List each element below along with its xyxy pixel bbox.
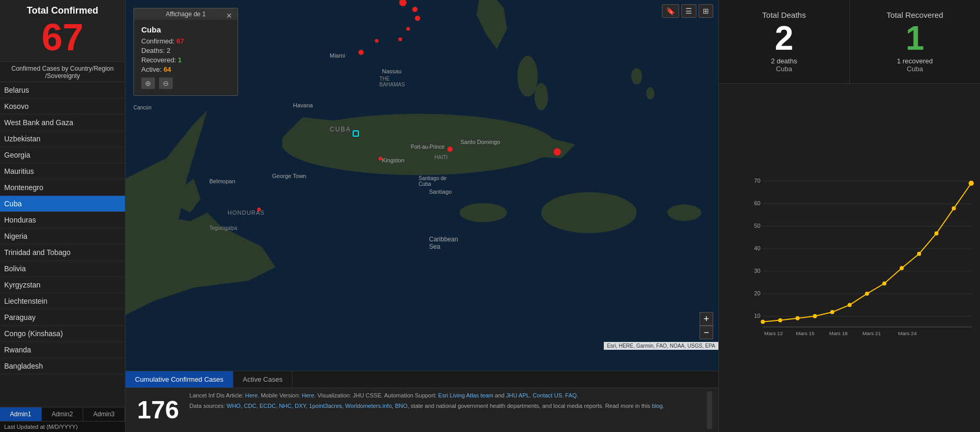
svg-text:Mars 18: Mars 18 [829, 330, 848, 336]
popup-zoom-controls: ⊕ ⊖ [141, 77, 230, 89]
dxy-link[interactable]: DXY [295, 403, 306, 409]
contact-link[interactable]: Contact US [533, 392, 562, 398]
jhu-link[interactable]: JHU APL [506, 392, 530, 398]
bookmark-btn[interactable]: 🔖 [662, 4, 679, 18]
popup-deaths-value: 2 [166, 47, 170, 54]
svg-point-47 [952, 206, 956, 211]
popup-zoom-out-btn[interactable]: ⊖ [159, 77, 173, 89]
country-item-bangladesh[interactable]: Bangladesh [0, 358, 125, 374]
label-port: Port-au-Prince [411, 144, 444, 150]
country-item-kosovo[interactable]: Kosovo [0, 98, 125, 115]
label-belmopan: Belmopan [209, 178, 235, 184]
dot-honduras [257, 208, 261, 212]
recovered-title: Total Recovered [886, 10, 943, 19]
country-item-trinidad-and-tobago[interactable]: Trinidad and Tobago [0, 245, 125, 261]
popup-active-value: 64 [164, 65, 171, 73]
bno-link[interactable]: BNO [395, 403, 408, 409]
country-item-kyrgyzstan[interactable]: Kyrgyzstan [0, 277, 125, 293]
country-item-congo-(kinshasa)[interactable]: Congo (Kinshasa) [0, 326, 125, 342]
svg-point-41 [848, 303, 852, 307]
svg-point-46 [934, 231, 939, 236]
recovered-subtitle: 1 recovered [897, 57, 933, 65]
map-tab-1[interactable]: Active Cases [233, 371, 292, 387]
total-confirmed-header: Total Confirmed 67 [0, 0, 125, 62]
map-tab-0[interactable]: Cumulative Confirmed Cases [126, 371, 233, 387]
list-btn[interactable]: ☰ [681, 4, 696, 18]
map-area[interactable]: Miami Nassau THEBAHAMAS Havana CUBA King… [126, 0, 718, 371]
country-item-honduras[interactable]: Honduras [0, 212, 125, 228]
right-panels: Total Deaths 2 2 deaths Cuba Total Recov… [718, 0, 980, 432]
label-miami: Miami [330, 52, 345, 59]
dot-florida-2 [412, 7, 418, 12]
ecdc-link[interactable]: ECDC [260, 403, 276, 409]
country-item-liechtenstein[interactable]: Liechtenstein [0, 293, 125, 309]
lancet-link[interactable]: Here [245, 392, 257, 398]
chart-svg: 70 60 50 40 30 20 10 Mars 12 Mars 15 Mar… [740, 89, 975, 427]
popup-title: Cuba [141, 25, 230, 34]
admin-tab-admin1[interactable]: Admin1 [0, 407, 42, 421]
mobile-link[interactable]: Here [302, 392, 314, 398]
popup-close-button[interactable]: ✕ [226, 12, 232, 20]
zoom-in-btn[interactable]: + [700, 312, 713, 326]
chart-area: 70 60 50 40 30 20 10 Mars 12 Mars 15 Mar… [719, 84, 980, 432]
total-confirmed-label: Total Confirmed [5, 5, 120, 16]
grid-btn[interactable]: ⊞ [699, 4, 713, 18]
country-item-west-bank-and-gaza[interactable]: West Bank and Gaza [0, 115, 125, 131]
zoom-out-btn[interactable]: − [700, 326, 713, 339]
bottom-scrollbar[interactable] [707, 391, 712, 429]
svg-text:Mars 12: Mars 12 [764, 330, 783, 336]
deaths-subtitle: 2 deaths [771, 57, 797, 65]
label-tegucigalpa: Tegucigalpa [209, 225, 237, 231]
blog-link[interactable]: blog [652, 403, 663, 409]
label-haiti: HAITI [434, 154, 448, 160]
svg-text:70: 70 [754, 178, 760, 184]
svg-point-8 [541, 192, 636, 233]
who-link[interactable]: WHO [227, 403, 241, 409]
svg-text:30: 30 [754, 268, 760, 274]
1p3a-link[interactable]: 1point3acres [309, 403, 342, 409]
wm-link[interactable]: Worldometers.info [345, 403, 392, 409]
faq-link[interactable]: FAQ [565, 392, 577, 398]
dot-cuba-selected [353, 130, 359, 137]
bottom-text-line2: Data sources: WHO, CDC, ECDC, NHC, DXY, … [189, 402, 702, 411]
recovered-country: Cuba [907, 65, 923, 73]
country-item-georgia[interactable]: Georgia [0, 147, 125, 163]
admin-tab-admin3[interactable]: Admin3 [83, 407, 125, 421]
total-confirmed-number: 67 [5, 18, 120, 56]
svg-point-11 [534, 83, 548, 110]
popup-recovered-value: 1 [178, 56, 182, 64]
popup-recovered-row: Recovered: 1 [141, 56, 230, 64]
country-item-uzbekistan[interactable]: Uzbekistan [0, 131, 125, 147]
country-item-bolivia[interactable]: Bolivia [0, 261, 125, 277]
country-item-montenegro[interactable]: Montenegro [0, 180, 125, 196]
deaths-title: Total Deaths [762, 10, 806, 19]
country-item-belarus[interactable]: Belarus [0, 82, 125, 98]
popup-active-row: Active: 64 [141, 65, 230, 73]
svg-text:50: 50 [754, 223, 760, 229]
esri-link[interactable]: Esri Living Atlas team [438, 392, 493, 398]
country-item-cuba[interactable]: Cuba [0, 196, 125, 212]
svg-point-42 [865, 292, 869, 296]
country-item-mauritius[interactable]: Mauritius [0, 163, 125, 180]
country-list: BelarusKosovoWest Bank and GazaUzbekista… [0, 82, 125, 407]
svg-point-45 [917, 252, 921, 256]
cdc-link[interactable]: CDC [244, 403, 256, 409]
last-updated: Last Updated at (M/D/YYYY) [0, 421, 125, 432]
nhc-link[interactable]: NHC [279, 403, 291, 409]
popup-zoom-in-btn[interactable]: ⊕ [141, 77, 155, 89]
country-item-nigeria[interactable]: Nigeria [0, 228, 125, 245]
map-tabs: Cumulative Confirmed CasesActive Cases [126, 371, 718, 387]
svg-point-44 [900, 266, 904, 270]
svg-text:Mars 21: Mars 21 [862, 330, 881, 336]
label-havana: Havana [293, 102, 313, 108]
svg-text:10: 10 [754, 313, 760, 319]
svg-point-40 [830, 310, 835, 314]
label-santo-domingo: Santo Domingo [460, 139, 500, 145]
country-item-rwanda[interactable]: Rwanda [0, 342, 125, 358]
bottom-text-line1: Lancet Inf Dis Article: Here. Mobile Ver… [189, 391, 702, 400]
svg-point-39 [813, 314, 817, 318]
map-popup: Affichage de 1 ✕ Cuba Confirmed: 67 Deat… [133, 8, 238, 96]
country-item-paraguay[interactable]: Paraguay [0, 309, 125, 326]
popup-confirmed-row: Confirmed: 67 [141, 37, 230, 45]
admin-tab-admin2[interactable]: Admin2 [42, 407, 84, 421]
